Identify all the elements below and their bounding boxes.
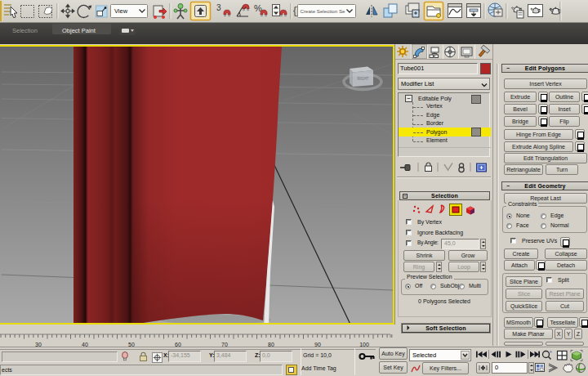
svg-text:Create Selection Se: Create Selection Se	[301, 8, 346, 14]
svg-text:RIGHT: RIGHT	[358, 77, 369, 81]
svg-text:3: 3	[216, 3, 221, 12]
svg-text:View: View	[114, 7, 128, 15]
svg-text:+: +	[550, 349, 553, 355]
